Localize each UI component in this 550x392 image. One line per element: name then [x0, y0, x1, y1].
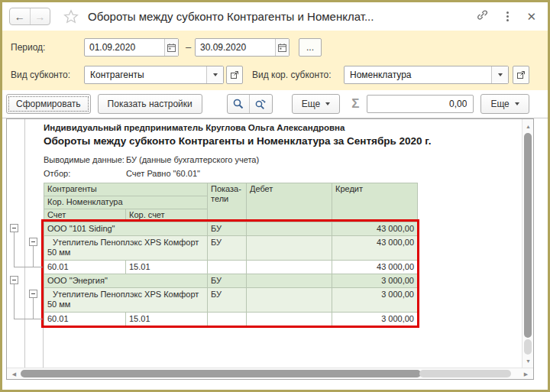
- vertical-scrollbar[interactable]: ▲ ▼: [522, 119, 533, 368]
- scroll-up-button[interactable]: ▲: [522, 121, 534, 131]
- corr-subconto-dropdown-button[interactable]: [491, 66, 508, 83]
- generate-button[interactable]: Сформировать: [6, 94, 91, 114]
- horizontal-scroll-thumb[interactable]: [21, 370, 421, 377]
- table-cell[interactable]: БУ: [208, 222, 247, 236]
- corr-subconto-value: Номенклатура: [345, 66, 491, 83]
- corr-subconto-open-button[interactable]: [513, 66, 529, 84]
- link-icon[interactable]: [476, 8, 489, 24]
- header-corr-subconto[interactable]: Кор. Номенклатура: [44, 196, 208, 209]
- scroll-right-button[interactable]: ▶: [520, 368, 532, 380]
- nav-button-group: ← →: [9, 8, 50, 25]
- back-button[interactable]: ←: [10, 8, 31, 24]
- period-to-group: [195, 38, 290, 57]
- header-credit[interactable]: Кредит: [332, 183, 418, 222]
- forward-button[interactable]: →: [31, 8, 50, 24]
- header-corr-account[interactable]: Кор. счет: [126, 209, 208, 222]
- table-cell[interactable]: [247, 313, 332, 326]
- window-title: Обороты между субконто Контрагенты и Ном…: [88, 10, 374, 23]
- favorite-star-icon[interactable]: [63, 9, 79, 24]
- table-cell[interactable]: 43 000,00: [332, 222, 418, 236]
- sum-field[interactable]: [367, 96, 473, 112]
- horizontal-scroll-track[interactable]: [419, 370, 511, 377]
- table-cell[interactable]: 15.01: [126, 261, 208, 274]
- subconto-open-button[interactable]: [226, 66, 243, 84]
- app-window: ← → Обороты между субконто Контрагенты и…: [0, 0, 550, 392]
- table-cell[interactable]: 15.01: [126, 313, 208, 326]
- collapse-group-1-button[interactable]: [10, 224, 18, 232]
- table-cell[interactable]: БУ: [208, 288, 247, 313]
- collapse-group-1-detail-button[interactable]: [29, 238, 37, 246]
- vertical-scroll-track[interactable]: [524, 339, 532, 355]
- table-cell[interactable]: [247, 288, 332, 313]
- table-cell[interactable]: 60.01: [44, 313, 126, 326]
- close-icon[interactable]: ✕: [526, 11, 536, 22]
- table-cell[interactable]: [247, 222, 332, 236]
- period-from-group: [84, 38, 179, 57]
- back-arrow-icon: ←: [15, 11, 25, 23]
- open-icon: [516, 70, 526, 79]
- table-cell[interactable]: 43 000,00: [332, 236, 418, 261]
- report-panel: Индивидуальный предприниматель Круглова …: [6, 118, 534, 380]
- header-indicators[interactable]: Показа-тели: [208, 183, 247, 222]
- calendar-button[interactable]: [275, 39, 289, 56]
- table-cell[interactable]: ООО "101 Siding": [44, 222, 208, 236]
- table-row-detail[interactable]: Утеплитель Пеноплэкс XPS Комфорт 50 ммБУ…: [44, 288, 418, 313]
- period-more-button[interactable]: ...: [299, 38, 322, 57]
- period-label: Период:: [11, 38, 45, 57]
- table-cell[interactable]: 3 000,00: [332, 313, 418, 326]
- table-cell[interactable]: 3 000,00: [332, 288, 418, 313]
- table-cell[interactable]: Утеплитель Пеноплэкс XPS Комфорт 50 мм: [44, 288, 208, 313]
- corr-subconto-combo[interactable]: Номенклатура: [344, 66, 509, 84]
- title-bar: ← → Обороты между субконто Контрагенты и…: [2, 2, 548, 31]
- table-cell[interactable]: БУ: [208, 274, 247, 288]
- table-cell[interactable]: 3 000,00: [332, 274, 418, 288]
- tree-line: [33, 298, 34, 319]
- show-settings-button[interactable]: Показать настройки: [98, 94, 202, 114]
- forward-arrow-icon: →: [34, 11, 45, 23]
- header-debit[interactable]: Дебет: [247, 183, 332, 222]
- table-row-account[interactable]: 60.0115.0143 000,00: [44, 261, 418, 274]
- table-cell[interactable]: 60.01: [44, 261, 126, 274]
- table-cell[interactable]: [208, 261, 247, 274]
- header-subconto[interactable]: Контрагенты: [44, 183, 208, 196]
- table-cell[interactable]: ООО "Энергия": [44, 274, 208, 288]
- output-data-label: Выводимые данные:: [44, 155, 125, 164]
- horizontal-scrollbar[interactable]: ◀ ▶: [7, 368, 533, 379]
- report-table: Контрагенты Показа-тели Дебет Кредит Кор…: [44, 183, 418, 326]
- header-account[interactable]: Счет: [44, 209, 126, 222]
- table-row-group[interactable]: ООО "101 Siding"БУ43 000,00: [44, 222, 418, 236]
- table-cell[interactable]: [247, 274, 332, 288]
- vertical-scroll-thumb[interactable]: [524, 133, 532, 338]
- table-row-group[interactable]: ООО "Энергия"БУ3 000,00: [44, 274, 418, 288]
- search-next-button[interactable]: [250, 95, 272, 113]
- scroll-left-button[interactable]: ◀: [8, 368, 20, 380]
- open-icon: [230, 70, 239, 79]
- table-row-account[interactable]: 60.0115.013 000,00: [44, 313, 418, 326]
- table-edge-line: [43, 326, 44, 368]
- tree-line: [14, 267, 43, 267]
- table-cell[interactable]: 43 000,00: [332, 261, 418, 274]
- subconto-combo[interactable]: Контрагенты: [84, 66, 224, 84]
- more-menu-icon[interactable]: [506, 11, 509, 21]
- sum-sigma-icon[interactable]: Σ: [351, 96, 359, 112]
- table-cell[interactable]: [247, 261, 332, 274]
- scroll-down-button[interactable]: ▼: [522, 355, 534, 366]
- period-from-input[interactable]: [85, 39, 164, 56]
- table-cell[interactable]: [247, 236, 332, 261]
- more-button-2[interactable]: Еще: [480, 94, 529, 114]
- output-data-value: БУ (данные бухгалтерского учета): [126, 155, 259, 164]
- period-to-input[interactable]: [196, 39, 275, 56]
- search-button[interactable]: [228, 95, 250, 113]
- calendar-button[interactable]: [164, 39, 178, 56]
- table-row-detail[interactable]: Утеплитель Пеноплэкс XPS Комфорт 50 ммБУ…: [44, 236, 418, 261]
- table-cell[interactable]: [208, 313, 247, 326]
- tree-line: [14, 232, 15, 267]
- table-cell[interactable]: БУ: [208, 236, 247, 261]
- table-cell[interactable]: Утеплитель Пеноплэкс XPS Комфорт 50 мм: [44, 236, 208, 261]
- subconto-dropdown-button[interactable]: [206, 66, 223, 83]
- collapse-group-2-button[interactable]: [10, 276, 18, 284]
- tree-line: [14, 284, 15, 319]
- collapse-group-2-detail-button[interactable]: [29, 290, 37, 298]
- more-button-1[interactable]: Еще: [292, 94, 340, 114]
- calendar-icon: [277, 43, 287, 53]
